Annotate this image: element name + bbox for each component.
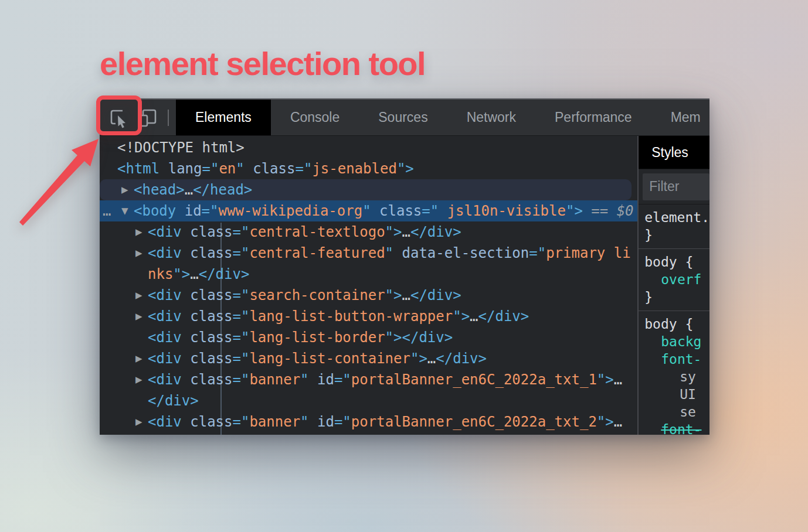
devtools-content: <!DOCTYPE html><html lang="en" class="js… bbox=[100, 136, 709, 435]
expand-arrow-icon[interactable]: ▶ bbox=[135, 243, 148, 264]
styles-filter-row bbox=[639, 169, 709, 204]
css-rule-section: body {overf} bbox=[639, 249, 709, 311]
dom-tree-row[interactable]: <html lang="en" class="js-enabled"> bbox=[100, 158, 637, 179]
css-rules-list: element.}body {overf}body {backgfont-syU… bbox=[639, 204, 709, 435]
annotation-arrow-icon bbox=[13, 129, 107, 234]
expand-arrow-icon[interactable]: ▶ bbox=[135, 411, 148, 432]
tab-console[interactable]: Console bbox=[271, 100, 359, 135]
dom-tree-row[interactable]: <div class="lang-list-border"></div> bbox=[100, 327, 637, 348]
page-title: element selection tool bbox=[100, 45, 425, 83]
desktop-background: { "title": "element selection tool", "co… bbox=[0, 0, 808, 532]
tab-network[interactable]: Network bbox=[447, 100, 535, 135]
sidebar-tab-bar: Styles bbox=[639, 136, 709, 169]
dom-tree-row[interactable]: nks">…</div> bbox=[100, 264, 637, 285]
css-rule-line[interactable]: font- bbox=[644, 350, 709, 368]
dom-tree-row[interactable]: …▼<body id="www-wikipedia-org" class=" j… bbox=[100, 200, 637, 221]
tab-styles[interactable]: Styles bbox=[639, 136, 709, 169]
css-rule-section: body {backgfont-syUIsefont- bbox=[639, 311, 709, 435]
devtools-toolbar: ElementsConsoleSourcesNetworkPerformance… bbox=[100, 100, 709, 136]
css-rule-line[interactable]: UI bbox=[644, 386, 709, 403]
css-rule-line[interactable]: font- bbox=[644, 421, 709, 435]
css-rule-line[interactable]: } bbox=[644, 288, 709, 306]
tab-elements[interactable]: Elements bbox=[176, 100, 271, 135]
css-rule-line[interactable]: sy bbox=[644, 368, 709, 386]
dom-tree-row[interactable]: ▶<div class="lang-list-container">…</div… bbox=[100, 348, 637, 369]
css-rule-line[interactable]: body { bbox=[644, 253, 709, 271]
css-rule-line[interactable]: overf bbox=[644, 271, 709, 288]
expand-arrow-icon[interactable]: ▶ bbox=[135, 221, 148, 243]
toolbar-separator bbox=[168, 110, 169, 126]
css-rule-line[interactable]: se bbox=[644, 403, 709, 421]
expand-arrow-icon[interactable]: ▶ bbox=[135, 285, 148, 306]
styles-sidebar: Styles element.}body {overf}body {backgf… bbox=[637, 136, 709, 435]
css-rule-line[interactable]: } bbox=[644, 226, 709, 244]
tab-performance[interactable]: Performance bbox=[535, 100, 651, 135]
styles-filter-input[interactable] bbox=[643, 173, 709, 200]
expand-arrow-icon[interactable]: ▶ bbox=[135, 369, 148, 390]
tab-mem[interactable]: Mem bbox=[651, 100, 709, 135]
dom-tree-row[interactable]: ▶<div class="banner" id="portalBanner_en… bbox=[100, 411, 637, 432]
css-rule-line[interactable]: element. bbox=[644, 209, 709, 226]
dom-tree-row[interactable]: ▶<div class="central-textlogo">…</div> bbox=[100, 221, 637, 243]
css-rule-section: element.} bbox=[639, 204, 709, 249]
css-rule-line[interactable]: backg bbox=[644, 333, 709, 350]
devtools-tab-bar: ElementsConsoleSourcesNetworkPerformance… bbox=[176, 100, 709, 135]
dom-tree-row[interactable]: ▶<div class="central-featured" data-el-s… bbox=[100, 243, 637, 264]
dom-tree-row[interactable]: ▶<div class="search-container">…</div> bbox=[100, 285, 637, 306]
dom-tree: <!DOCTYPE html><html lang="en" class="js… bbox=[100, 136, 637, 435]
expand-arrow-icon[interactable]: ▶ bbox=[121, 179, 134, 200]
expand-arrow-icon[interactable]: ▶ bbox=[135, 306, 148, 327]
tab-sources[interactable]: Sources bbox=[359, 100, 447, 135]
collapse-arrow-icon[interactable]: ▼ bbox=[121, 200, 134, 221]
dom-tree-row[interactable]: ▶<div class="lang-list-button-wrapper">…… bbox=[100, 306, 637, 327]
dom-tree-row[interactable]: </div> bbox=[100, 390, 637, 411]
dom-tree-row[interactable]: <!DOCTYPE html> bbox=[100, 137, 637, 158]
expand-arrow-icon[interactable]: ▶ bbox=[135, 348, 148, 369]
dom-tree-row[interactable]: ▶<head>…</head> bbox=[100, 179, 632, 200]
css-rule-line[interactable]: body { bbox=[644, 315, 709, 333]
devtools-panel: ElementsConsoleSourcesNetworkPerformance… bbox=[100, 98, 709, 435]
dom-tree-row[interactable]: ▶<div class="banner" id="portalBanner_en… bbox=[100, 369, 637, 390]
